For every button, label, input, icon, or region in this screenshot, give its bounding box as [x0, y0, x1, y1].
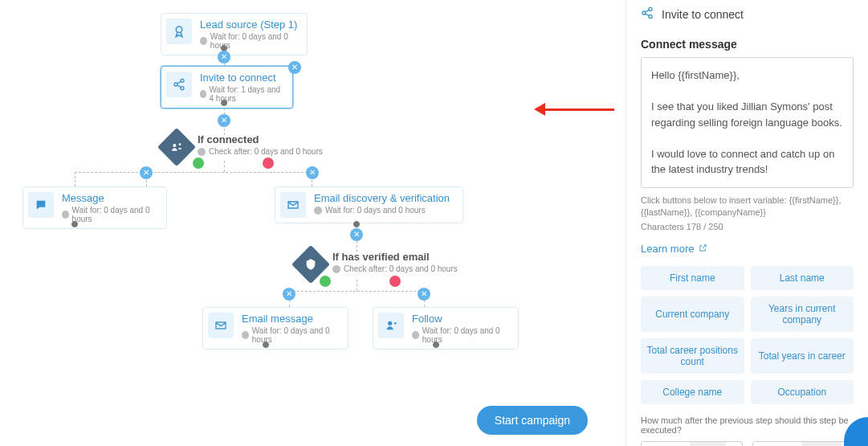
close-icon[interactable]: ✕	[306, 166, 319, 179]
connector	[289, 291, 424, 292]
branch-true	[193, 158, 204, 169]
badge-icon	[166, 18, 192, 44]
start-campaign-button[interactable]: Start campaign	[477, 406, 588, 435]
decision-label: If connected Check after: 0 days and 0 h…	[198, 133, 323, 156]
svg-point-6	[173, 144, 176, 147]
port	[353, 221, 360, 227]
close-icon[interactable]: ✕	[288, 61, 301, 74]
svg-point-3	[181, 87, 184, 90]
node-meta: Wait for: 0 days and 0 hours	[200, 32, 299, 50]
close-icon[interactable]: ✕	[140, 166, 153, 179]
svg-line-14	[646, 14, 650, 16]
message-textarea[interactable]: Hello {{firstName}}, I see that you like…	[641, 57, 854, 188]
svg-line-4	[177, 81, 181, 84]
days-input[interactable]	[642, 442, 690, 446]
chip-occupation[interactable]: Occupation	[751, 380, 854, 404]
share-icon	[641, 6, 654, 22]
node-email-message[interactable]: Email message Wait for: 0 days and 0 hou…	[202, 307, 348, 350]
chip-college-name[interactable]: College name	[641, 380, 744, 404]
svg-point-7	[179, 143, 181, 145]
hours-input[interactable]	[753, 442, 801, 446]
svg-point-11	[642, 11, 646, 14]
chip-current-company[interactable]: Current company	[641, 297, 744, 332]
svg-point-12	[649, 15, 652, 18]
panel-title: Invite to connect	[662, 8, 744, 21]
node-title: If has verified email	[332, 251, 458, 263]
connector	[75, 172, 75, 186]
chip-years-in-company[interactable]: Years in current company	[751, 297, 854, 332]
node-title: If connected	[198, 133, 323, 145]
chip-first-name[interactable]: First name	[641, 266, 744, 290]
node-email-discovery[interactable]: Email discovery & verification Wait for:…	[275, 186, 463, 223]
panel-header: Invite to connect	[641, 6, 854, 22]
delay-hours: hours	[752, 441, 854, 446]
node-title: Lead source (Step 1)	[200, 18, 299, 31]
external-link-icon	[699, 243, 707, 255]
node-meta: Check after: 0 days and 0 hours	[198, 147, 323, 156]
close-icon[interactable]: ✕	[218, 51, 230, 63]
connector	[75, 172, 146, 173]
port	[433, 342, 439, 348]
svg-point-1	[181, 79, 184, 82]
svg-point-2	[174, 83, 177, 86]
connector	[224, 161, 225, 172]
mail-check-icon	[280, 192, 306, 218]
annotation-arrow	[534, 103, 614, 116]
share-icon	[166, 72, 192, 97]
node-title: Follow	[412, 313, 510, 325]
svg-line-5	[177, 85, 181, 88]
node-meta: Wait for: 0 days and 0 hours	[412, 326, 510, 344]
variable-chips: First name Last name Current company Yea…	[641, 266, 854, 404]
node-lead-source[interactable]: Lead source (Step 1) Wait for: 0 days an…	[161, 13, 308, 55]
details-panel: Invite to connect Connect message Hello …	[626, 0, 868, 446]
port	[71, 221, 78, 227]
branch-false	[263, 158, 274, 169]
node-meta: Wait for: 0 days and 0 hours	[242, 326, 340, 344]
close-icon[interactable]: ✕	[418, 288, 430, 301]
node-meta: Wait for: 1 days and 4 hours	[200, 85, 284, 103]
close-icon[interactable]: ✕	[218, 114, 230, 127]
chip-last-name[interactable]: Last name	[751, 266, 854, 290]
delay-days: days	[641, 441, 743, 446]
close-icon[interactable]: ✕	[283, 288, 295, 301]
connector	[357, 280, 357, 291]
port	[263, 342, 269, 348]
node-title: Invite to connect	[200, 72, 284, 84]
section-connect-message: Connect message	[641, 38, 854, 51]
node-meta: Check after: 0 days and 0 hours	[332, 264, 458, 273]
days-unit: days	[690, 442, 726, 446]
chat-icon	[28, 192, 54, 218]
connector	[146, 172, 312, 173]
mail-icon	[208, 313, 234, 338]
chip-total-positions[interactable]: Total career positions count	[641, 338, 744, 374]
follow-icon	[378, 313, 404, 338]
branch-false	[389, 276, 401, 287]
port	[221, 100, 227, 106]
learn-more-link[interactable]: Learn more	[641, 243, 707, 255]
node-title: Email message	[242, 313, 340, 325]
node-message[interactable]: Message Wait for: 0 days and 0 hours	[22, 186, 167, 229]
character-count: Characters 178 / 250	[641, 222, 854, 231]
svg-line-13	[646, 10, 650, 12]
svg-point-10	[649, 7, 652, 10]
branch-true	[320, 276, 331, 287]
hours-unit: hours	[801, 442, 842, 446]
flow-canvas[interactable]: Lead source (Step 1) Wait for: 0 days an…	[0, 0, 610, 446]
delay-label: How much after the previous step should …	[641, 415, 854, 435]
svg-point-9	[388, 321, 392, 325]
chip-total-years[interactable]: Total years in career	[751, 338, 854, 374]
node-follow[interactable]: Follow Wait for: 0 days and 0 hours	[373, 307, 519, 350]
svg-point-0	[176, 27, 182, 33]
close-icon[interactable]: ✕	[350, 228, 363, 241]
node-title: Message	[62, 192, 158, 204]
node-title: Email discovery & verification	[314, 192, 450, 204]
variable-hint: Click buttons below to insert variable: …	[641, 194, 854, 219]
node-meta: Wait for: 0 days and 0 hours	[314, 206, 450, 215]
decision-label: If has verified email Check after: 0 day…	[332, 251, 458, 273]
node-if-connected[interactable]	[157, 128, 196, 166]
